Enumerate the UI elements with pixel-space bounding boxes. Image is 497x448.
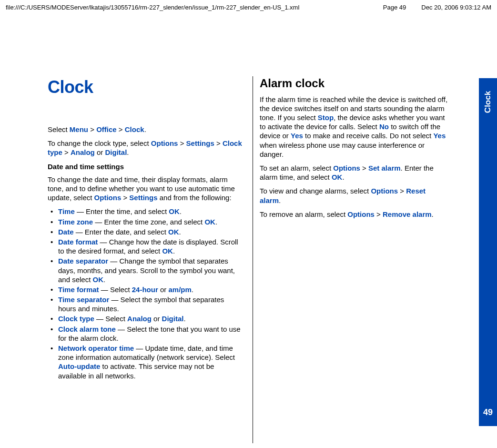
set-alarm-paragraph: To set an alarm, select Options > Set al…	[260, 163, 448, 182]
nav-digital: Digital	[105, 148, 127, 156]
list-item-time: Time — Enter the time, and select OK.	[48, 207, 243, 216]
text: — Select	[94, 315, 127, 323]
text: or	[152, 315, 162, 323]
header: file:///C:/USERS/MODEServer/lkatajis/130…	[0, 0, 497, 11]
list-item-time-zone: Time zone — Enter the time zone, and sel…	[48, 217, 243, 226]
text: .	[144, 125, 146, 133]
side-tab: Clock 49	[479, 78, 497, 426]
page: file:///C:/USERS/MODEServer/lkatajis/130…	[0, 0, 497, 448]
ok: OK	[204, 218, 215, 226]
opt: am/pm	[168, 285, 191, 294]
alarm-clock-description: If the alarm time is reached while the d…	[260, 95, 448, 159]
date-time-settings-heading: Date and time settings	[48, 162, 243, 171]
columns: Clock Select Menu > Office > Clock. To c…	[48, 76, 479, 443]
text: when wireless phone use may cause interf…	[260, 141, 425, 158]
nav-sep: >	[375, 210, 383, 218]
nav-analog: Analog	[71, 148, 95, 156]
nav-sep: >	[121, 193, 129, 202]
term: Network operator time	[58, 344, 134, 352]
nav-remove-alarm: Remove alarm	[383, 210, 432, 218]
term: Time zone	[58, 218, 93, 226]
side-tab-page-number: 49	[479, 407, 497, 417]
list-item-date: Date — Enter the date, and select OK.	[48, 227, 243, 236]
nav-stop: Stop	[318, 113, 334, 122]
nav-options: Options	[151, 139, 178, 147]
term: Time	[58, 207, 75, 215]
nav-sep: >	[62, 148, 71, 156]
term: Time separator	[58, 295, 109, 304]
text: .	[215, 218, 217, 226]
text: or	[95, 148, 105, 156]
text: .	[103, 275, 105, 284]
text: .	[183, 315, 185, 323]
text: .	[173, 247, 175, 255]
header-right: Page 49 Dec 20, 2006 9:03:12 AM	[383, 4, 491, 11]
left-column: Clock Select Menu > Office > Clock. To c…	[48, 76, 243, 443]
settings-list: Time — Enter the time, and select OK. Ti…	[48, 207, 243, 380]
nav-yes: Yes	[291, 132, 303, 140]
nav-set-alarm: Set alarm	[368, 164, 401, 172]
view-change-alarms-paragraph: To view and change alarms, select Option…	[260, 186, 448, 204]
term: Date	[58, 228, 74, 236]
text: .	[179, 228, 181, 236]
nav-clock: Clock	[125, 125, 144, 133]
text: .	[127, 148, 129, 156]
content: Clock Select Menu > Office > Clock. To c…	[48, 76, 479, 443]
right-column: Alarm clock If the alarm time is reached…	[253, 76, 448, 443]
header-timestamp: Dec 20, 2006 9:03:12 AM	[421, 4, 491, 11]
nav-sep: >	[398, 187, 406, 195]
term: Date separator	[58, 257, 108, 265]
text: — Enter the time, and select	[75, 207, 169, 215]
term: Time format	[58, 285, 99, 294]
text: to make and receive calls. Do not select	[303, 132, 433, 140]
text: .	[180, 207, 182, 215]
text: .	[192, 285, 193, 294]
text: .	[342, 173, 344, 181]
nav-office: Office	[96, 125, 117, 133]
nav-sep: >	[117, 125, 125, 133]
list-item-time-separator: Time separator — Select the symbol that …	[48, 295, 243, 313]
list-item-clock-type: Clock type — Select Analog or Digital.	[48, 314, 243, 323]
ok: OK	[169, 207, 180, 215]
term: Clock alarm tone	[58, 325, 116, 333]
nav-options: Options	[94, 193, 122, 202]
nav-sep: >	[178, 139, 186, 147]
change-clock-type-paragraph: To change the clock type, select Options…	[48, 139, 243, 157]
nav-ok: OK	[332, 173, 343, 181]
nav-sep: >	[214, 139, 223, 147]
text: — Enter the date, and select	[74, 228, 168, 236]
header-path: file:///C:/USERS/MODEServer/lkatajis/130…	[6, 4, 299, 11]
ok: OK	[93, 275, 104, 284]
nav-no: No	[379, 122, 389, 131]
text: — Enter the time zone, and select	[93, 218, 204, 226]
list-item-clock-alarm-tone: Clock alarm tone — Select the tone that …	[48, 325, 243, 343]
nav-options: Options	[371, 187, 398, 195]
nav-options: Options	[333, 164, 360, 172]
text: — Select	[99, 285, 132, 294]
list-item-network-operator-time: Network operator time — Update time, dat…	[48, 344, 243, 380]
list-item-date-separator: Date separator — Change the symbol that …	[48, 256, 243, 284]
page-title: Clock	[48, 76, 243, 98]
text: .	[432, 210, 434, 218]
select-path-paragraph: Select Menu > Office > Clock.	[48, 125, 243, 134]
text: To view and change alarms, select	[260, 187, 371, 195]
opt: 24-hour	[132, 285, 158, 294]
list-item-time-format: Time format — Select 24-hour or am/pm.	[48, 285, 243, 294]
text: Select	[48, 125, 70, 133]
text: .	[279, 196, 281, 204]
list-item-date-format: Date format — Change how the date is dis…	[48, 237, 243, 255]
side-tab-label: Clock	[483, 91, 493, 113]
text: and from the following:	[158, 193, 232, 202]
alarm-clock-heading: Alarm clock	[260, 76, 448, 91]
text: To change the clock type, select	[48, 139, 151, 147]
term: Date format	[58, 238, 98, 246]
nav-settings: Settings	[129, 193, 157, 202]
nav-sep: >	[88, 125, 96, 133]
nav-sep: >	[360, 164, 368, 172]
change-date-time-paragraph: To change the date and time, their displ…	[48, 175, 243, 203]
nav-options: Options	[347, 210, 375, 218]
header-page-label: Page 49	[383, 4, 406, 11]
text: To remove an alarm, select	[260, 210, 347, 218]
opt: Digital	[162, 315, 184, 323]
nav-settings: Settings	[186, 139, 214, 147]
